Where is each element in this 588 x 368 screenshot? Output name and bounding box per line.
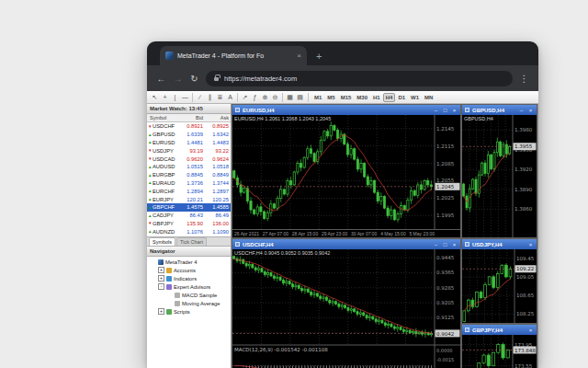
market-watch-row-gbpchf[interactable]: ▲GBPCHF1.45751.4585 [147, 203, 231, 212]
market-watch-row-audnzd[interactable]: ▲AUDNZD1.10761.1090 [147, 227, 231, 236]
trendline-icon[interactable]: ∕ [195, 92, 205, 102]
market-watch-row-usdcad[interactable]: ▼USDCAD0.96200.9624 [147, 155, 231, 163]
close-icon[interactable]: × [527, 242, 534, 247]
market-watch-row-eurchf[interactable]: ▲EURCHF1.28941.2897 [147, 187, 231, 195]
close-icon[interactable]: × [527, 328, 534, 333]
forward-icon[interactable]: → [173, 74, 183, 84]
minimize-icon[interactable]: – [433, 242, 439, 247]
navigator-item-expert-advisors[interactable]: -Expert Advisors [147, 282, 231, 291]
chart-plot-gbpjpy[interactable]: 173.95173.55173.848 [462, 335, 537, 368]
chart-title-bar[interactable]: USDJPY,H4 × [462, 239, 537, 249]
navigator-item-indicators[interactable]: +Indicators [147, 274, 231, 282]
indicators-icon[interactable]: ƒ [250, 92, 260, 102]
navigator-item-scripts[interactable]: +Scripts [147, 307, 231, 316]
navigator-item-macd-sample[interactable]: MACD Sample [147, 291, 231, 299]
horizontal-line-icon[interactable]: — [180, 92, 190, 102]
close-icon[interactable]: × [527, 108, 534, 113]
market-watch-body: ▼USDCHF0.89210.8925▲GBPUSD1.63391.6342▲E… [147, 122, 231, 236]
minimize-icon[interactable]: – [518, 108, 525, 113]
chart-plot-eurusd[interactable]: EURUSD,H4 1.2061 1.2068 1.2043 1.2045 1.… [232, 115, 460, 229]
tab-tick-chart[interactable]: Tick Chart [176, 237, 207, 246]
tile-windows-icon[interactable]: ▦ [285, 92, 295, 102]
timeframe-m30-button[interactable]: M30 [354, 93, 370, 102]
tab-close-icon[interactable]: × [297, 52, 301, 60]
expand-icon[interactable]: + [158, 308, 164, 315]
arrows-icon[interactable]: ↗ [240, 92, 250, 102]
svg-text:109.45: 109.45 [516, 256, 535, 261]
vertical-line-icon[interactable]: | [170, 92, 180, 102]
symbol-label: AUDNZD [153, 229, 177, 235]
market-watch-row-gbpjpy[interactable]: ▼GBPJPY135.90136.00 [147, 220, 231, 228]
bid-value: 1.6339 [177, 132, 203, 137]
chart-canvas[interactable]: 0.94450.93650.92850.92050.91250.90450.90… [232, 249, 460, 368]
expand-icon[interactable]: + [158, 267, 164, 273]
navigator-item-label: Accounts [174, 268, 196, 273]
timeframe-m1-button[interactable]: M1 [311, 93, 324, 102]
bid-value: 1.1076 [177, 229, 203, 235]
column-ask: Ask [203, 115, 231, 121]
ea-icon [175, 301, 180, 306]
minimize-icon[interactable]: – [433, 108, 439, 113]
zoom-out-icon[interactable]: ⊖ [270, 92, 280, 102]
market-watch-row-gbpusd[interactable]: ▲GBPUSD1.63391.6342 [147, 131, 231, 139]
market-watch-row-eurgbp[interactable]: ▲EURGBP0.88450.8849 [147, 171, 231, 179]
timeframe-h1-button[interactable]: H1 [370, 93, 383, 102]
zoom-in-icon[interactable]: ⊕ [260, 92, 270, 102]
chart-canvas[interactable]: 109.45109.05108.65108.25109.22 [462, 249, 537, 323]
navigator-item-metatrader-4[interactable]: MetaTrader 4 [147, 258, 231, 266]
timeframe-group: M1M5M15M30H1H4D1W1MN [311, 93, 435, 102]
close-icon[interactable]: × [451, 108, 458, 113]
chart-plot-usdchf[interactable]: USDCHF,H4 0.9045 0.9052 0.9035 0.9042 0.… [232, 249, 460, 368]
timeframe-w1-button[interactable]: W1 [408, 93, 422, 102]
address-bar[interactable]: https://metatrader4.com [206, 71, 513, 86]
chart-canvas[interactable]: 1.21451.21151.20851.20551.20251.19951.20… [232, 115, 460, 229]
chart-plot-gbpusd[interactable]: GBPUSD,H4 1.39801.39501.39201.38901.3860… [462, 115, 537, 237]
chart-window-usdchf: USDCHF,H4 – □ × USDCHF,H4 0.9045 0.9052 … [232, 238, 461, 368]
market-watch-row-usdchf[interactable]: ▼USDCHF0.89210.8925 [147, 122, 231, 131]
tab-symbols[interactable]: Symbols [149, 237, 175, 246]
text-icon[interactable]: A [225, 92, 235, 102]
chart-title-bar[interactable]: GBPUSD,H4 – × [462, 105, 537, 115]
close-icon[interactable]: × [451, 242, 458, 247]
navigator-item-label: Moving Average [182, 301, 220, 306]
chart-title-bar[interactable]: GBPJPY,H4 × [462, 325, 537, 335]
market-watch-row-euraud[interactable]: ▲EURAUD1.37361.3744 [147, 179, 231, 188]
back-icon[interactable]: ← [156, 74, 166, 84]
timeframe-h4-button[interactable]: H4 [383, 93, 396, 102]
market-watch-row-eurusd[interactable]: ▲EURUSD1.44811.4483 [147, 139, 231, 147]
navigator-item-accounts[interactable]: +Accounts [147, 266, 231, 274]
chart-title-bar[interactable]: EURUSD,H4 – □ × [232, 105, 460, 115]
menu-icon[interactable]: ⋮ [519, 74, 529, 84]
market-watch-row-audusd[interactable]: ▲AUDUSD1.05151.0518 [147, 163, 231, 171]
fibonacci-icon[interactable]: ≣ [215, 92, 225, 102]
chart-title-bar[interactable]: USDCHF,H4 – □ × [232, 239, 460, 249]
cursor-icon[interactable]: ↖ [150, 92, 160, 102]
market-watch-row-cadjpy[interactable]: ▲CADJPY86.4386.49 [147, 212, 231, 220]
navigator-item-moving-average[interactable]: Moving Average [147, 299, 231, 307]
bid-value: 0.8921 [177, 123, 203, 129]
market-watch-row-eurjpy[interactable]: ▲EURJPY120.21120.25 [147, 195, 231, 203]
expand-icon[interactable]: + [158, 275, 164, 282]
restore-icon[interactable]: □ [442, 242, 448, 247]
svg-text:1.2115: 1.2115 [436, 144, 455, 149]
timeframe-d1-button[interactable]: D1 [395, 93, 408, 102]
experts-icon [166, 284, 172, 290]
timeframe-m15-button[interactable]: M15 [338, 93, 355, 102]
collapse-icon[interactable]: - [158, 283, 164, 290]
svg-text:108.25: 108.25 [516, 311, 535, 316]
restore-icon[interactable]: □ [442, 108, 448, 113]
chart-canvas[interactable]: 1.39801.39501.39201.38901.38601.3955 [462, 115, 537, 237]
market-watch-row-usdjpy[interactable]: ▼USDJPY93.1993.22 [147, 146, 231, 155]
ask-value: 0.9624 [203, 156, 231, 162]
chart-plot-usdjpy[interactable]: 109.45109.05108.65108.25109.22 [462, 249, 537, 323]
channel-icon[interactable]: ∥ [205, 92, 215, 102]
reload-icon[interactable]: ↻ [189, 74, 199, 84]
timeframe-m5-button[interactable]: M5 [324, 93, 337, 102]
svg-text:MACD(12,26,9) -0.001542 -0.001: MACD(12,26,9) -0.001542 -0.001108 [234, 347, 328, 352]
timeframe-mn-button[interactable]: MN [422, 93, 435, 102]
browser-tab[interactable]: MetaTrader 4 - Platform for Fo × [160, 46, 307, 65]
crosshair-icon[interactable]: + [160, 92, 170, 102]
new-chart-icon[interactable]: ▤ [295, 92, 305, 102]
chart-canvas[interactable]: 173.95173.55173.848 [462, 335, 537, 368]
new-tab-button[interactable]: + [316, 51, 322, 62]
